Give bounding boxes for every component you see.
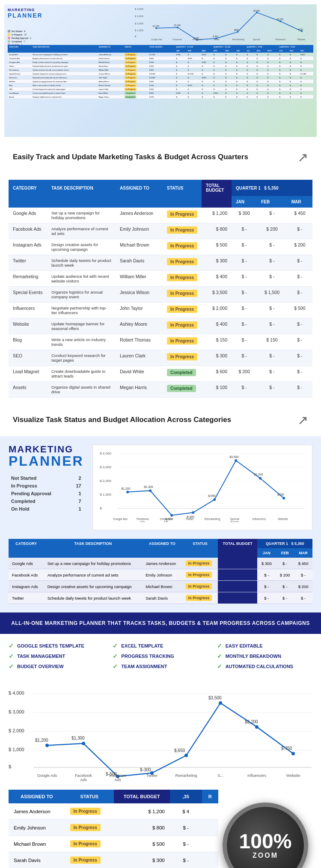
cell-budget: $ 500 [114, 836, 170, 852]
check-icon: ✓ [9, 663, 14, 670]
cell-jan: $ 200 [232, 366, 257, 382]
features-grid: ✓GOOGLE SHEETS TEMPLATE✓EXCEL TEMPLATE✓E… [9, 642, 312, 670]
col-budget: TOTAL BUDGET [202, 180, 232, 196]
svg-point-82 [82, 742, 85, 745]
cell-budget: $ 600 [202, 366, 232, 382]
cell-budget: $ 500 [202, 239, 232, 255]
feature-item: ✓MONTHLY BREAKDOWN [217, 653, 312, 660]
cell-task: Set up a new campaign for holiday promot… [44, 558, 143, 569]
status-summary-row: Not Started 2 [9, 474, 84, 482]
cell-assigned: Sarah Davis [142, 592, 182, 604]
svg-text:Facebook: Facebook [172, 38, 182, 41]
cell-category: Instagram Ads [9, 239, 47, 255]
svg-text:Website: Website [278, 517, 288, 520]
status-count: 1 [70, 505, 84, 513]
zoom-number: 100% [239, 831, 292, 852]
svg-point-16 [279, 21, 281, 22]
dot-pending [8, 37, 10, 39]
table-row: Facebook Ads Analyze performance of curr… [9, 223, 312, 239]
cell-task: Create downloadable guide to attract lea… [47, 366, 116, 382]
cell-mar: $ - [287, 350, 312, 366]
feature-item: ✓AUTOMATED CALCULATIONS [217, 663, 312, 670]
tagline-1-text: Easily Track and Update Marketing Tasks … [13, 152, 248, 162]
cell-mar: $ 450 [287, 208, 312, 223]
planner-label-small: PLANNER [8, 12, 43, 19]
cell-feb: $ - [257, 271, 287, 287]
cell-category: Twitter [9, 255, 47, 271]
svg-point-46 [170, 514, 173, 517]
svg-text:$750: $750 [277, 493, 284, 496]
svg-text:$ 4,000: $ 4,000 [9, 690, 24, 696]
cell-mar: $ 500 [287, 303, 312, 318]
cell-status: In Progress [163, 318, 202, 334]
cell-budget: $ 800 [114, 820, 170, 836]
mini-chart-svg: $ 4,000 $ 3,000 $ 2,000 $ 1,000 $ [135, 6, 315, 41]
cell-partial1: $ 4 [170, 803, 202, 820]
arrow-icon-1: ↗ [297, 150, 308, 165]
cell-budget: $ 150 [202, 334, 232, 350]
task-table-section: CATEGORY TASK DESCRIPTION ASSIGNED TO ST… [0, 173, 321, 404]
dot-completed [8, 40, 10, 43]
cell-feb: $ - [257, 208, 287, 223]
svg-text:$ 3,000: $ 3,000 [135, 15, 144, 18]
svg-point-49 [235, 459, 237, 462]
status-summary-row: Pending Approval 1 [9, 490, 84, 497]
cell-mar: $ - [287, 334, 312, 350]
cell-status: In Progress [182, 581, 218, 592]
svg-text:Remarketing: Remarketing [232, 38, 245, 41]
cell-partial1: $ - [170, 820, 202, 836]
allinone-text: ALL-IN-ONE MARKETING PLANNER THAT TRACKS… [11, 620, 310, 626]
cell-feb: $ - [276, 558, 294, 569]
feature-label: TEAM ASSIGNMENT [121, 664, 167, 669]
cell-task: Update audience list with recent website… [47, 271, 116, 287]
table-row: Lead Magnet Create downloadable guide to… [9, 366, 312, 382]
cell-jan: $ - [232, 255, 257, 271]
cell-task: Design creative assets for upcoming camp… [47, 239, 116, 255]
cell-category: Google Ads [9, 558, 44, 569]
big-chart-container: $ 4,000 $ 3,000 $ 2,000 $ 1,000 $ [9, 687, 312, 781]
cell-category: Lead Magnet [9, 366, 47, 382]
cell-jan: $ 300 [257, 558, 276, 569]
svg-text:Twitter: Twitter [185, 517, 194, 520]
planner-left-panel: MARKETING PLANNER Not Started 2 In Progr… [9, 445, 84, 530]
svg-text:$ 2,000: $ 2,000 [135, 22, 144, 25]
cell-jan: $ - [257, 581, 276, 592]
dot-not-started [8, 30, 10, 33]
table-row: Emily Johnson In Progress $ 800 $ - [9, 820, 218, 836]
svg-text:Remarketing: Remarketing [204, 517, 220, 521]
cell-category: Facebook Ads [9, 223, 47, 239]
status-label: Pending Approval [9, 490, 70, 497]
svg-text:Influencers: Influencers [252, 517, 266, 520]
dot-in-progress [8, 33, 10, 36]
svg-point-81 [45, 743, 49, 747]
cell-assigned: Jessica Wilson [116, 287, 163, 303]
svg-text:Google Ads: Google Ads [113, 517, 128, 521]
feature-label: MONTHLY BREAKDOWN [226, 654, 281, 659]
svg-text:$1,300: $1,300 [71, 736, 85, 740]
cell-assigned: Lauren Clark [116, 350, 163, 366]
svg-text:$2,200: $2,200 [277, 18, 284, 21]
cell-jan: $ - [232, 334, 257, 350]
cell-mar: $ - [287, 223, 312, 239]
zoom-table: ASSIGNED TO STATUS TOTAL BUDGET ,35 R Ja… [9, 790, 218, 868]
cell-status: In Progress [163, 271, 202, 287]
cell-task: Organize logistics for annual company ev… [47, 287, 116, 303]
cell-assigned: James Anderson [9, 803, 65, 820]
feature-item: ✓GOOGLE SHEETS TEMPLATE [9, 642, 104, 649]
cell-status: In Progress [182, 569, 218, 581]
svg-point-44 [126, 491, 129, 493]
check-icon: ✓ [9, 642, 14, 649]
col-feb: FEB [257, 196, 287, 208]
cell-budget [218, 592, 257, 604]
mini-col-category: CATEGORY [9, 539, 44, 548]
status-summary-row: In Progress 17 [9, 482, 84, 490]
planner-chart-panel: $ 4,000 $ 3,000 $ 2,000 $ 1,000 $ [92, 445, 312, 530]
cell-task: Organize digital assets in shared drive [47, 382, 116, 398]
zoom-col-status: STATUS [65, 790, 114, 803]
svg-text:$ 4,000: $ 4,000 [135, 8, 144, 10]
status-count: 7 [70, 497, 84, 505]
legend-item-pending: Pending Approval 1 [8, 37, 31, 39]
cell-task: Write a new article on industry trends [47, 334, 116, 350]
cell-status: In Progress [163, 255, 202, 271]
svg-point-87 [255, 725, 259, 728]
